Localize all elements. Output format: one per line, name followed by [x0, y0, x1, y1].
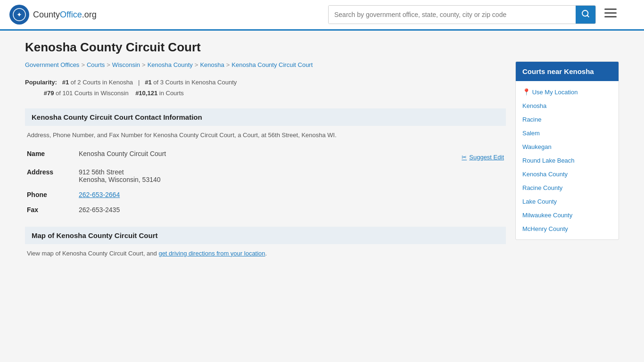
- table-row-name: Name Kenosha County Circuit Court ✂ Sugg…: [25, 146, 506, 165]
- svg-rect-2: [604, 8, 617, 10]
- list-item: Racine: [516, 113, 619, 126]
- search-button[interactable]: [576, 6, 595, 24]
- list-item: Salem: [516, 126, 619, 140]
- name-value-cell: Kenosha County Circuit Court ✂ Suggest E…: [77, 146, 506, 165]
- fax-label: Fax: [25, 202, 77, 217]
- sidebar-link-kenosha-county[interactable]: Kenosha County: [516, 167, 619, 181]
- sidebar-link-waukegan[interactable]: Waukegan: [516, 140, 619, 154]
- main-container: Kenosha County Circuit Court Government …: [16, 31, 628, 266]
- table-row-address: Address 912 56th Street Kenosha, Wiscons…: [25, 165, 506, 187]
- address-label: Address: [25, 165, 77, 187]
- map-desc-pre: View map of Kenosha County Circuit Court…: [27, 250, 158, 257]
- rank2-of: of 3 Courts in Kenosha County: [153, 79, 237, 86]
- list-item: Kenosha: [516, 99, 619, 113]
- phone-label: Phone: [25, 187, 77, 202]
- breadcrumb: Government Offices > Courts > Wisconsin …: [25, 61, 506, 68]
- suggest-edit-link[interactable]: ✂ Suggest Edit: [462, 154, 504, 161]
- name-label: Name: [25, 146, 77, 165]
- popularity-label: Popularity:: [25, 79, 57, 86]
- search-input[interactable]: [329, 6, 576, 24]
- sidebar-box: Courts near Kenosha 📍 Use My Location Ke…: [515, 61, 619, 240]
- location-pin-icon: 📍: [522, 88, 530, 96]
- contact-info-table: Name Kenosha County Circuit Court ✂ Sugg…: [25, 146, 506, 217]
- logo-icon: ✦: [9, 5, 29, 25]
- use-location-link[interactable]: 📍 Use My Location: [516, 85, 619, 99]
- site-header: ✦ CountyOffice.org: [0, 0, 644, 31]
- map-section: Map of Kenosha County Circuit Court View…: [25, 227, 506, 257]
- svg-text:✦: ✦: [17, 11, 22, 18]
- menu-button[interactable]: [601, 7, 620, 23]
- rank2-num: #1: [145, 79, 151, 86]
- svg-rect-3: [604, 12, 617, 14]
- breadcrumb-link-kenosha-county[interactable]: Kenosha County: [148, 61, 193, 68]
- list-item: Racine County: [516, 181, 619, 195]
- breadcrumb-link-kenosha[interactable]: Kenosha: [200, 61, 224, 68]
- table-row-phone: Phone 262-653-2664: [25, 187, 506, 202]
- sidebar-link-milwaukee-county[interactable]: Milwaukee County: [516, 208, 619, 222]
- list-item: Waukegan: [516, 140, 619, 154]
- search-area: [328, 5, 620, 24]
- list-item: McHenry County: [516, 222, 619, 236]
- breadcrumb-link-wisconsin[interactable]: Wisconsin: [112, 61, 140, 68]
- address-line1: 912 56th Street: [79, 168, 504, 176]
- use-location-label: Use My Location: [532, 89, 578, 96]
- sidebar-link-salem[interactable]: Salem: [516, 126, 619, 140]
- map-desc: View map of Kenosha County Circuit Court…: [25, 250, 506, 257]
- sidebar-list: 📍 Use My Location Kenosha Racine Salem W…: [516, 81, 619, 239]
- table-row-fax: Fax 262-653-2435: [25, 202, 506, 217]
- contact-section-header: Kenosha County Circuit Court Contact Inf…: [25, 108, 506, 126]
- suggest-edit-label: Suggest Edit: [469, 154, 504, 161]
- sidebar: Courts near Kenosha 📍 Use My Location Ke…: [515, 61, 619, 257]
- sidebar-link-round-lake-beach[interactable]: Round Lake Beach: [516, 154, 619, 167]
- logo-text: CountyOffice.org: [33, 10, 97, 20]
- rank4-num: #10,121: [135, 90, 157, 97]
- sidebar-link-kenosha[interactable]: Kenosha: [516, 99, 619, 113]
- map-desc-post: .: [265, 250, 267, 257]
- breadcrumb-sep-3: >: [142, 61, 146, 68]
- contact-desc: Address, Phone Number, and Fax Number fo…: [25, 132, 506, 139]
- rank1-num: #1: [62, 79, 69, 86]
- list-item: Milwaukee County: [516, 208, 619, 222]
- rank3-of: of 101 Courts in Wisconsin: [56, 90, 129, 97]
- search-box: [328, 5, 596, 24]
- breadcrumb-link-circuit-court[interactable]: Kenosha County Circuit Court: [231, 61, 313, 68]
- name-row: Kenosha County Circuit Court ✂ Suggest E…: [79, 150, 504, 161]
- breadcrumb-link-courts[interactable]: Courts: [87, 61, 105, 68]
- rank3-num: #79: [44, 90, 54, 97]
- suggest-edit-icon: ✂: [462, 154, 467, 161]
- popularity-section: Popularity: #1 of 2 Courts in Kenosha | …: [25, 77, 506, 99]
- address-value-cell: 912 56th Street Kenosha, Wisconsin, 5314…: [77, 165, 506, 187]
- driving-directions-link[interactable]: get driving directions from your locatio…: [158, 250, 265, 257]
- breadcrumb-link-gov-offices[interactable]: Government Offices: [25, 61, 79, 68]
- rank1-of: of 2 Courts in Kenosha: [71, 79, 133, 86]
- name-value: Kenosha County Circuit Court: [79, 150, 166, 157]
- sidebar-link-racine[interactable]: Racine: [516, 113, 619, 126]
- content-layout: Government Offices > Courts > Wisconsin …: [25, 61, 619, 257]
- page-title: Kenosha County Circuit Court: [25, 40, 619, 55]
- svg-rect-4: [604, 16, 617, 17]
- fax-value: 262-653-2435: [77, 202, 506, 217]
- sidebar-link-mchenry-county[interactable]: McHenry County: [516, 222, 619, 236]
- address-line2: Kenosha, Wisconsin, 53140: [79, 176, 504, 183]
- map-section-header: Map of Kenosha County Circuit Court: [25, 227, 506, 244]
- breadcrumb-sep-2: >: [107, 61, 110, 68]
- sidebar-link-racine-county[interactable]: Racine County: [516, 181, 619, 195]
- rank4-of: in Courts: [159, 90, 184, 97]
- phone-link[interactable]: 262-653-2664: [79, 191, 120, 198]
- sidebar-title: Courts near Kenosha: [516, 62, 619, 81]
- list-item: Round Lake Beach: [516, 154, 619, 167]
- content-main: Government Offices > Courts > Wisconsin …: [25, 61, 506, 257]
- phone-value-cell: 262-653-2664: [77, 187, 506, 202]
- logo-area: ✦ CountyOffice.org: [9, 5, 97, 25]
- breadcrumb-sep-1: >: [81, 61, 85, 68]
- sidebar-use-location: 📍 Use My Location: [516, 85, 619, 99]
- list-item: Kenosha County: [516, 167, 619, 181]
- sidebar-link-lake-county[interactable]: Lake County: [516, 195, 619, 208]
- breadcrumb-sep-5: >: [226, 61, 230, 68]
- breadcrumb-sep-4: >: [195, 61, 198, 68]
- list-item: Lake County: [516, 195, 619, 208]
